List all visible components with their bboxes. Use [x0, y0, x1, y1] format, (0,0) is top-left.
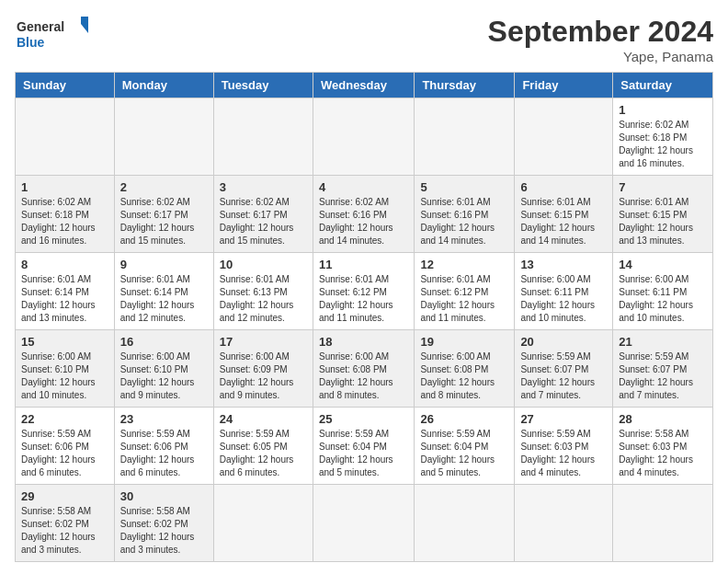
day-info: Sunrise: 6:02 AMSunset: 6:17 PMDaylight:… [120, 196, 208, 247]
day-info: Sunrise: 5:59 AMSunset: 6:03 PMDaylight:… [520, 428, 607, 479]
table-row: 18Sunrise: 6:00 AMSunset: 6:08 PMDayligh… [313, 330, 414, 408]
header-friday: Friday [515, 73, 613, 98]
day-info: Sunrise: 5:59 AMSunset: 6:05 PMDaylight:… [220, 428, 307, 479]
header-wednesday: Wednesday [313, 73, 414, 98]
calendar-week-row: 8Sunrise: 6:01 AMSunset: 6:14 PMDaylight… [16, 253, 713, 330]
day-number: 5 [420, 180, 508, 194]
calendar-week-row: 1Sunrise: 6:02 AMSunset: 6:18 PMDaylight… [16, 176, 713, 253]
day-number: 3 [220, 180, 307, 194]
day-info: Sunrise: 5:58 AMSunset: 6:02 PMDaylight:… [21, 505, 108, 557]
day-number: 11 [319, 258, 408, 271]
calendar-header-row: Sunday Monday Tuesday Wednesday Thursday… [16, 73, 713, 98]
day-number: 30 [120, 489, 208, 503]
day-number: 14 [619, 258, 707, 271]
table-row [114, 98, 213, 176]
day-info: Sunrise: 6:00 AMSunset: 6:10 PMDaylight:… [120, 350, 208, 402]
day-info: Sunrise: 5:59 AMSunset: 6:06 PMDaylight:… [21, 428, 108, 479]
table-row: 16Sunrise: 6:00 AMSunset: 6:10 PMDayligh… [114, 330, 213, 408]
table-row [515, 98, 613, 176]
header-thursday: Thursday [415, 73, 515, 98]
day-number: 4 [319, 180, 408, 194]
day-info: Sunrise: 6:00 AMSunset: 6:08 PMDaylight:… [420, 350, 508, 402]
table-row: 15Sunrise: 6:00 AMSunset: 6:10 PMDayligh… [16, 330, 115, 408]
table-row: 2Sunrise: 6:02 AMSunset: 6:17 PMDaylight… [114, 176, 213, 253]
day-number: 27 [520, 412, 607, 426]
table-row [313, 98, 414, 176]
day-info: Sunrise: 5:59 AMSunset: 6:04 PMDaylight:… [319, 428, 408, 479]
table-row: 4Sunrise: 6:02 AMSunset: 6:16 PMDaylight… [313, 176, 414, 253]
table-row: 8Sunrise: 6:01 AMSunset: 6:14 PMDaylight… [16, 253, 115, 330]
table-row: 7Sunrise: 6:01 AMSunset: 6:15 PMDaylight… [613, 176, 713, 253]
day-number: 9 [120, 258, 208, 271]
table-row: 20Sunrise: 5:59 AMSunset: 6:07 PMDayligh… [515, 330, 613, 408]
calendar-week-row: 15Sunrise: 6:00 AMSunset: 6:10 PMDayligh… [16, 330, 713, 408]
day-info: Sunrise: 6:02 AMSunset: 6:18 PMDaylight:… [21, 196, 108, 247]
day-info: Sunrise: 5:59 AMSunset: 6:07 PMDaylight:… [520, 350, 607, 402]
header-sunday: Sunday [16, 73, 115, 98]
calendar-week-row: 22Sunrise: 5:59 AMSunset: 6:06 PMDayligh… [16, 408, 713, 485]
day-info: Sunrise: 6:01 AMSunset: 6:14 PMDaylight:… [21, 273, 108, 325]
day-info: Sunrise: 6:01 AMSunset: 6:15 PMDaylight:… [520, 196, 607, 247]
day-info: Sunrise: 5:59 AMSunset: 6:04 PMDaylight:… [420, 428, 508, 479]
day-info: Sunrise: 5:59 AMSunset: 6:07 PMDaylight:… [619, 350, 707, 402]
logo-icon: General Blue [15, 15, 88, 52]
day-info: Sunrise: 6:02 AMSunset: 6:17 PMDaylight:… [220, 196, 307, 247]
day-info: Sunrise: 6:01 AMSunset: 6:13 PMDaylight:… [220, 273, 307, 325]
table-row: 29Sunrise: 5:58 AMSunset: 6:02 PMDayligh… [16, 485, 115, 562]
table-row [515, 485, 613, 562]
table-row: 19Sunrise: 6:00 AMSunset: 6:08 PMDayligh… [415, 330, 515, 408]
day-number: 10 [220, 258, 307, 271]
table-row [16, 98, 115, 176]
day-number: 13 [520, 258, 607, 271]
logo: General Blue General Blue [15, 15, 88, 52]
table-row: 14Sunrise: 6:00 AMSunset: 6:11 PMDayligh… [613, 253, 713, 330]
day-number: 19 [420, 335, 508, 349]
table-row [415, 485, 515, 562]
day-number: 21 [619, 335, 707, 349]
table-row: 17Sunrise: 6:00 AMSunset: 6:09 PMDayligh… [213, 330, 313, 408]
day-info: Sunrise: 6:01 AMSunset: 6:14 PMDaylight:… [120, 273, 208, 325]
day-number: 8 [21, 258, 108, 271]
svg-text:Blue: Blue [17, 35, 45, 50]
day-info: Sunrise: 6:00 AMSunset: 6:10 PMDaylight:… [21, 350, 108, 402]
day-info: Sunrise: 6:01 AMSunset: 6:12 PMDaylight:… [319, 273, 408, 325]
day-info: Sunrise: 6:00 AMSunset: 6:11 PMDaylight:… [619, 273, 707, 325]
day-info: Sunrise: 5:58 AMSunset: 6:03 PMDaylight:… [619, 428, 707, 479]
title-block: September 2024 Yape, Panama [488, 15, 713, 64]
table-row: 5Sunrise: 6:01 AMSunset: 6:16 PMDaylight… [415, 176, 515, 253]
day-info: Sunrise: 6:01 AMSunset: 6:16 PMDaylight:… [420, 196, 508, 247]
table-row: 28Sunrise: 5:58 AMSunset: 6:03 PMDayligh… [613, 408, 713, 485]
header-monday: Monday [114, 73, 213, 98]
calendar-table: Sunday Monday Tuesday Wednesday Thursday… [15, 72, 713, 562]
calendar-week-row: 29Sunrise: 5:58 AMSunset: 6:02 PMDayligh… [16, 485, 713, 562]
table-row: 11Sunrise: 6:01 AMSunset: 6:12 PMDayligh… [313, 253, 414, 330]
day-info: Sunrise: 6:00 AMSunset: 6:09 PMDaylight:… [220, 350, 307, 402]
day-number: 28 [619, 412, 707, 426]
table-row: 26Sunrise: 5:59 AMSunset: 6:04 PMDayligh… [415, 408, 515, 485]
day-number: 22 [21, 412, 108, 426]
day-info: Sunrise: 6:01 AMSunset: 6:15 PMDaylight:… [619, 196, 707, 247]
table-row: 12Sunrise: 6:01 AMSunset: 6:12 PMDayligh… [415, 253, 515, 330]
day-number: 23 [120, 412, 208, 426]
table-row [613, 485, 713, 562]
day-number: 29 [21, 489, 108, 503]
day-number: 20 [520, 335, 607, 349]
day-number: 1 [619, 103, 707, 117]
day-info: Sunrise: 6:00 AMSunset: 6:08 PMDaylight:… [319, 350, 408, 402]
day-info: Sunrise: 5:59 AMSunset: 6:06 PMDaylight:… [120, 428, 208, 479]
month-title: September 2024 [488, 15, 713, 49]
svg-text:General: General [17, 19, 64, 34]
day-number: 2 [120, 180, 208, 194]
svg-marker-2 [81, 17, 88, 33]
day-info: Sunrise: 6:01 AMSunset: 6:12 PMDaylight:… [420, 273, 508, 325]
table-row: 24Sunrise: 5:59 AMSunset: 6:05 PMDayligh… [213, 408, 313, 485]
day-number: 25 [319, 412, 408, 426]
header-tuesday: Tuesday [213, 73, 313, 98]
table-row: 25Sunrise: 5:59 AMSunset: 6:04 PMDayligh… [313, 408, 414, 485]
table-row: 10Sunrise: 6:01 AMSunset: 6:13 PMDayligh… [213, 253, 313, 330]
day-number: 18 [319, 335, 408, 349]
table-row [213, 485, 313, 562]
calendar-week-row: 1Sunrise: 6:02 AMSunset: 6:18 PMDaylight… [16, 98, 713, 176]
table-row [313, 485, 414, 562]
day-number: 7 [619, 180, 707, 194]
